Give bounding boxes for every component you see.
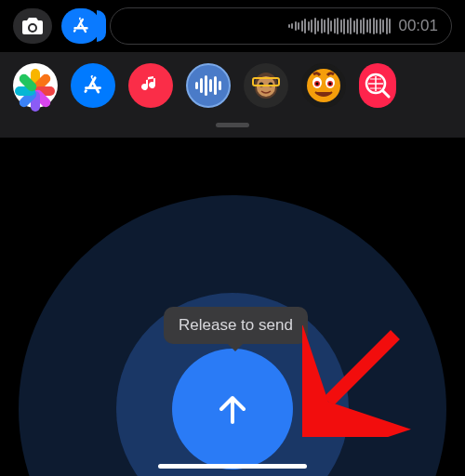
annotation-arrow-icon	[302, 325, 414, 437]
release-tooltip: Release to send	[164, 307, 308, 344]
music-note-icon	[140, 74, 162, 97]
svg-point-11	[329, 83, 332, 86]
message-input-recording[interactable]: 00:01	[110, 7, 452, 45]
imessage-app-drawer[interactable]	[0, 52, 465, 119]
app-memoji[interactable]	[244, 63, 288, 108]
audio-wave-icon	[195, 75, 221, 96]
home-indicator[interactable]	[158, 464, 307, 469]
svg-point-10	[316, 83, 319, 86]
arrow-up-icon	[210, 387, 255, 431]
app-animoji[interactable]	[301, 63, 346, 108]
app-music[interactable]	[128, 63, 173, 108]
recording-timer: 00:01	[398, 17, 438, 35]
app-images-search[interactable]	[359, 63, 396, 108]
appstore-icon	[70, 15, 92, 37]
memoji-face-icon	[247, 67, 285, 104]
tooltip-text: Release to send	[179, 316, 293, 334]
drawer-handle-area[interactable]	[0, 119, 465, 138]
app-photos[interactable]	[13, 63, 58, 108]
appstore-icon	[80, 73, 106, 99]
send-record-button[interactable]	[172, 349, 293, 469]
search-grid-icon	[363, 71, 392, 100]
app-audio-message[interactable]	[186, 63, 231, 108]
svg-line-13	[383, 91, 389, 97]
photos-icon	[22, 73, 48, 99]
animoji-face-icon	[304, 66, 343, 105]
app-store[interactable]	[71, 63, 115, 108]
input-toolbar: 00:01	[0, 0, 465, 52]
camera-button[interactable]	[13, 8, 52, 44]
svg-point-5	[307, 69, 340, 102]
camera-icon	[20, 16, 45, 36]
svg-line-18	[328, 335, 395, 402]
drag-handle-icon	[216, 123, 249, 127]
imessage-apps-button[interactable]	[61, 8, 100, 44]
waveform-icon	[288, 18, 392, 34]
audio-record-panel: Release to send	[0, 139, 465, 476]
